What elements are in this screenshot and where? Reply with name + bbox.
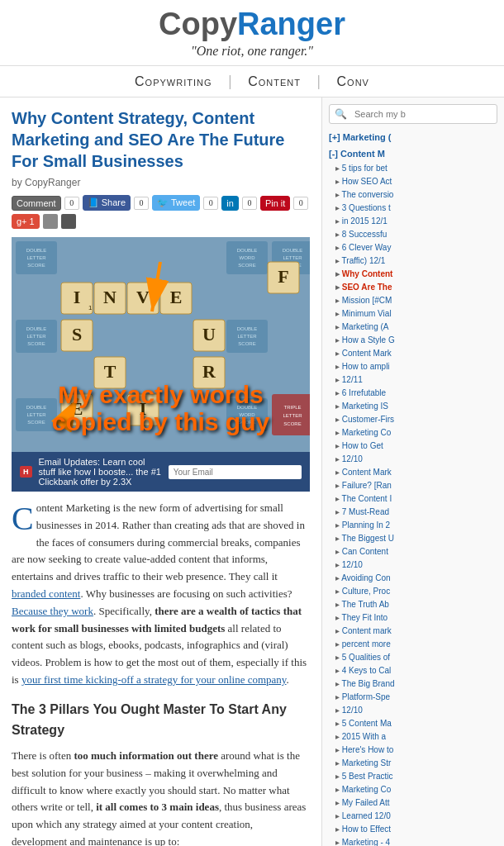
sidebar-item-45[interactable]: Marketing Str — [329, 757, 497, 770]
email-bar: H Email Updates: Learn cool stuff like h… — [12, 452, 310, 492]
sidebar-item-40[interactable]: Platform-Spe — [329, 691, 497, 704]
sidebar-item-14[interactable]: Content Mark — [329, 347, 497, 360]
strategy-link[interactable]: your first time kicking-off a strategy f… — [21, 673, 287, 686]
sidebar-item-6[interactable]: 6 Clever Way — [329, 241, 497, 254]
svg-text:V: V — [136, 287, 150, 307]
sidebar-item-27[interactable]: Planning In 2 — [329, 519, 497, 532]
sidebar-item-4[interactable]: in 2015 12/1 — [329, 215, 497, 228]
sidebar-item-36[interactable]: percent more — [329, 638, 497, 651]
pinterest-button[interactable]: Pin it — [260, 196, 290, 211]
sidebar-item-38[interactable]: 4 Keys to Cal — [329, 664, 497, 677]
article-title: Why Content Strategy, Content Marketing … — [12, 107, 310, 172]
site-header: CopyRanger "One riot, one ranger." Copyw… — [0, 0, 504, 97]
sidebar-item-16[interactable]: 12/11 — [329, 373, 497, 387]
marketing-toggle[interactable]: [+] Marketing ( — [329, 132, 391, 142]
content-toggle[interactable]: [-] Content M — [329, 149, 385, 159]
because-link[interactable]: Because they work — [12, 605, 93, 617]
article-byline: by CopyRanger — [12, 177, 310, 188]
sidebar-item-49[interactable]: Learned 12/0 — [329, 810, 497, 823]
branded-content-link[interactable]: branded content — [12, 587, 80, 600]
article-para-2: There is often too much information out … — [12, 748, 310, 846]
main-layout: Why Content Strategy, Content Marketing … — [0, 97, 504, 846]
svg-text:LETTER: LETTER — [26, 255, 46, 260]
search-icon: 🔍 — [330, 105, 352, 123]
article-para-1: C ontent Marketing is the new form of ad… — [12, 500, 310, 689]
hipmunk-badge: H — [20, 466, 32, 478]
svg-text:LETTER: LETTER — [237, 334, 257, 339]
sidebar-item-17[interactable]: 6 Irrefutable — [329, 387, 497, 400]
svg-text:LETTER: LETTER — [26, 334, 46, 339]
sidebar-item-43[interactable]: 2015 With a — [329, 730, 497, 744]
svg-text:SCORE: SCORE — [238, 341, 255, 346]
sidebar-item-3[interactable]: 3 Questions t — [329, 202, 497, 215]
article-image-wrapper: DOUBLE LETTER SCORE DOUBLE WORD SCORE DO… — [12, 237, 310, 492]
tweet-button[interactable]: 🐦 Tweet — [152, 195, 200, 211]
sidebar-item-30[interactable]: 12/10 — [329, 558, 497, 572]
sidebar-item-47[interactable]: Marketing Co — [329, 783, 497, 796]
sidebar-item-21[interactable]: How to Get — [329, 440, 497, 453]
sidebar-item-41[interactable]: 12/10 — [329, 704, 497, 717]
sidebar-item-46[interactable]: 5 Best Practic — [329, 770, 497, 783]
sidebar-item-11[interactable]: Minimum Vial — [329, 307, 497, 321]
svg-text:E: E — [170, 287, 183, 307]
svg-text:S: S — [72, 324, 82, 345]
sidebar-item-42[interactable]: 5 Content Ma — [329, 717, 497, 730]
sidebar-item-35[interactable]: Content mark — [329, 625, 497, 638]
sidebar-item-8[interactable]: Why Content — [329, 268, 497, 281]
gplus-button[interactable]: g+ 1 — [12, 214, 40, 229]
main-content: Why Content Strategy, Content Marketing … — [0, 97, 322, 846]
sidebar-item-29[interactable]: Can Content — [329, 545, 497, 558]
nav-conv[interactable]: Conv — [321, 74, 386, 89]
comment-button[interactable]: Comment — [12, 196, 61, 211]
sidebar-search-input[interactable] — [352, 107, 497, 121]
sidebar-content-section: [-] Content M 5 tips for bet How SEO Act… — [329, 149, 497, 846]
share-icon-1 — [43, 214, 58, 229]
sidebar-marketing-section: [+] Marketing ( — [329, 132, 497, 142]
sidebar-item-12[interactable]: Marketing (A — [329, 321, 497, 334]
sidebar-item-23[interactable]: Content Mark — [329, 466, 497, 479]
sidebar-item-50[interactable]: How to Effect — [329, 823, 497, 836]
svg-text:SCORE: SCORE — [27, 341, 45, 346]
sidebar-item-24[interactable]: Failure? [Ran — [329, 479, 497, 492]
svg-text:R: R — [202, 361, 216, 382]
sidebar-item-15[interactable]: How to ampli — [329, 360, 497, 373]
sidebar-item-25[interactable]: The Content I — [329, 492, 497, 506]
sidebar-item-20[interactable]: Marketing Co — [329, 426, 497, 440]
svg-text:I: I — [74, 287, 81, 307]
sidebar-item-31[interactable]: Avoiding Con — [329, 572, 497, 585]
sidebar-item-51[interactable]: Marketing - 4 — [329, 836, 497, 846]
nav-copywriting[interactable]: Copywriting — [118, 74, 228, 89]
email-input[interactable] — [169, 465, 302, 479]
sidebar-item-28[interactable]: The Biggest U — [329, 532, 497, 545]
sidebar-marketing-title: [+] Marketing ( — [329, 132, 497, 142]
sidebar-item-48[interactable]: My Failed Att — [329, 796, 497, 810]
sidebar-item-7[interactable]: Traffic) 12/1 — [329, 254, 497, 268]
linkedin-button[interactable]: in — [221, 196, 239, 211]
sidebar-item-26[interactable]: 7 Must-Read — [329, 506, 497, 519]
sidebar-item-44[interactable]: Here's How to — [329, 744, 497, 757]
svg-text:DOUBLE: DOUBLE — [26, 248, 47, 253]
sidebar-item-10[interactable]: Mission [#CM — [329, 294, 497, 307]
section-heading: The 3 Pillars You Ought Master To Start … — [12, 699, 310, 741]
svg-text:T: T — [104, 361, 116, 382]
sidebar-item-0[interactable]: 5 tips for bet — [329, 162, 497, 175]
nav-content[interactable]: Content — [231, 74, 317, 89]
linkedin-count: 0 — [242, 197, 257, 210]
drop-cap: C — [12, 502, 34, 535]
sidebar-item-2[interactable]: The conversio — [329, 188, 497, 202]
sidebar-item-1[interactable]: How SEO Act — [329, 175, 497, 188]
sidebar-item-19[interactable]: Customer-Firs — [329, 413, 497, 426]
sidebar-item-22[interactable]: 12/10 — [329, 453, 497, 466]
logo-copy: Copy — [159, 7, 237, 41]
sidebar-item-5[interactable]: 8 Successfu — [329, 228, 497, 241]
share-icon-2 — [61, 214, 76, 229]
sidebar-item-33[interactable]: The Truth Ab — [329, 598, 497, 611]
share-button[interactable]: 📘 Share — [83, 195, 131, 211]
sidebar-item-32[interactable]: Culture, Proc — [329, 585, 497, 598]
sidebar-item-39[interactable]: The Big Brand — [329, 677, 497, 691]
sidebar-item-18[interactable]: Marketing IS — [329, 400, 497, 413]
sidebar-item-9[interactable]: SEO Are The — [329, 281, 497, 294]
sidebar-item-13[interactable]: How a Style G — [329, 334, 497, 347]
sidebar-item-34[interactable]: They Fit Into — [329, 611, 497, 625]
sidebar-item-37[interactable]: 5 Qualities of — [329, 651, 497, 664]
